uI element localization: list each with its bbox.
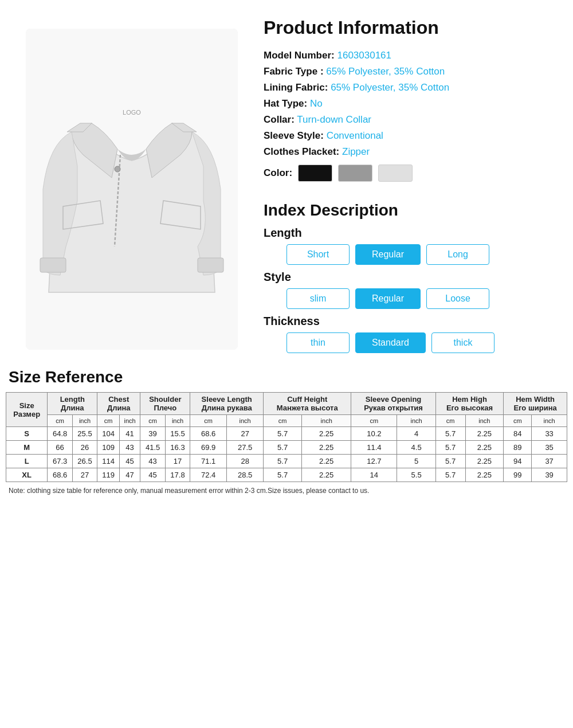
- col-sleeve-opening: Sleeve OpeningРукав открытия: [351, 393, 436, 415]
- chest-cm: 119: [97, 468, 120, 482]
- sleeve-style-row: Sleeve Style: Conventional: [264, 130, 562, 142]
- col-hem-high: Hem HighЕго высокая: [435, 393, 503, 415]
- style-option-slim[interactable]: slim: [286, 288, 350, 309]
- chest-in: 43: [119, 441, 140, 455]
- color-swatch-gray[interactable]: [338, 165, 372, 182]
- hem-width-cm: 89: [504, 441, 532, 455]
- cuff-in: 2.25: [302, 468, 351, 482]
- size-cell: M: [6, 441, 48, 455]
- size-cell: S: [6, 427, 48, 441]
- table-row: XL 68.6 27 119 47 45 17.8 72.4 28.5 5.7 …: [6, 468, 567, 482]
- hem-high-in: 2.25: [465, 427, 504, 441]
- sleeve-open-in: 5: [397, 455, 435, 468]
- chest-in: 41: [119, 427, 140, 441]
- length-option-regular[interactable]: Regular: [355, 244, 421, 265]
- color-swatch-light[interactable]: [378, 165, 413, 182]
- thickness-option-thin[interactable]: thin: [286, 332, 350, 353]
- hem-width-in: 39: [532, 468, 567, 482]
- color-swatches: [298, 165, 413, 182]
- shoulder-cm: 43: [140, 455, 165, 468]
- thickness-option-thick[interactable]: thick: [431, 332, 494, 353]
- sleeve-cm: 68.6: [190, 427, 227, 441]
- col-hem-width: Hem WidthЕго ширина: [504, 393, 567, 415]
- shoulder-in: 15.5: [165, 427, 190, 441]
- length-options: Short Regular Long: [264, 244, 562, 265]
- shoulder-in: 17.8: [165, 468, 190, 482]
- sleeve-open-cm: 11.4: [351, 441, 397, 455]
- fabric-type-row: Fabric Type : 65% Polyester, 35% Cotton: [264, 66, 562, 77]
- unit-sleeve-cm: cm: [190, 415, 227, 427]
- fabric-type-label: Fabric Type :: [264, 66, 324, 77]
- col-sleeve-length: Sleeve LengthДлина рукава: [190, 393, 264, 415]
- sleeve-in: 27: [227, 427, 264, 441]
- unit-sleeve-in: inch: [227, 415, 264, 427]
- index-description: Index Description Length Short Regular L…: [264, 201, 562, 353]
- sleeve-open-cm: 12.7: [351, 455, 397, 468]
- hem-high-in: 2.25: [465, 441, 504, 455]
- unit-sleeve-open-in: inch: [397, 415, 435, 427]
- size-table-body: S 64.8 25.5 104 41 39 15.5 68.6 27 5.7 2…: [6, 427, 567, 482]
- table-unit-row: cm inch cm inch cm inch cm inch cm inch …: [6, 415, 567, 427]
- index-description-title: Index Description: [264, 201, 562, 220]
- unit-cuff-in: inch: [302, 415, 351, 427]
- thickness-option-standard[interactable]: Standard: [355, 332, 426, 353]
- lining-fabric-label: Lining Fabric:: [264, 82, 328, 93]
- sleeve-cm: 71.1: [190, 455, 227, 468]
- svg-point-3: [115, 166, 120, 172]
- length-cm: 64.8: [48, 427, 72, 441]
- collar-label: Collar:: [264, 114, 295, 125]
- hat-type-label: Hat Type:: [264, 98, 307, 109]
- col-shoulder: ShoulderПлечо: [140, 393, 190, 415]
- col-chest: ChestДлина: [97, 393, 140, 415]
- color-row: Color:: [264, 162, 562, 184]
- table-row: S 64.8 25.5 104 41 39 15.5 68.6 27 5.7 2…: [6, 427, 567, 441]
- table-row: M 66 26 109 43 41.5 16.3 69.9 27.5 5.7 2…: [6, 441, 567, 455]
- svg-rect-2: [198, 258, 223, 272]
- length-label: Length: [264, 226, 562, 240]
- hat-type-value: No: [310, 98, 323, 109]
- svg-text:LOGO: LOGO: [123, 109, 141, 116]
- sleeve-style-label: Sleeve Style:: [264, 130, 324, 141]
- sleeve-open-in: 4.5: [397, 441, 435, 455]
- hem-width-in: 33: [532, 427, 567, 441]
- hem-high-cm: 5.7: [435, 441, 465, 455]
- jacket-illustration: LOGO: [26, 29, 238, 350]
- size-table: SizeРазмер LengthДлина ChestДлина Should…: [6, 392, 567, 482]
- sleeve-cm: 72.4: [190, 468, 227, 482]
- length-option-long[interactable]: Long: [426, 244, 489, 265]
- col-length: LengthДлина: [48, 393, 97, 415]
- clothes-placket-value: Zipper: [342, 146, 370, 157]
- style-option-loose[interactable]: Loose: [426, 288, 489, 309]
- length-option-short[interactable]: Short: [286, 244, 350, 265]
- product-image: LOGO: [26, 29, 238, 350]
- unit-sleeve-open-cm: cm: [351, 415, 397, 427]
- chest-cm: 114: [97, 455, 120, 468]
- hem-high-cm: 5.7: [435, 455, 465, 468]
- product-info-area: Product Information Model Number: 160303…: [252, 17, 562, 357]
- style-label: Style: [264, 271, 562, 284]
- fabric-type-value: 65% Polyester, 35% Cotton: [326, 66, 445, 77]
- color-swatch-black[interactable]: [298, 165, 332, 182]
- cuff-cm: 5.7: [264, 427, 302, 441]
- hem-high-in: 2.25: [465, 468, 504, 482]
- cuff-cm: 5.7: [264, 455, 302, 468]
- sleeve-style-value: Conventional: [327, 130, 383, 141]
- unit-shoulder-cm: cm: [140, 415, 165, 427]
- clothes-placket-row: Clothes Placket: Zipper: [264, 146, 562, 158]
- size-cell: XL: [6, 468, 48, 482]
- chest-in: 47: [119, 468, 140, 482]
- length-in: 26.5: [72, 455, 97, 468]
- length-in: 25.5: [72, 427, 97, 441]
- length-in: 26: [72, 441, 97, 455]
- hem-width-cm: 94: [504, 455, 532, 468]
- sleeve-open-in: 5.5: [397, 468, 435, 482]
- hem-width-cm: 99: [504, 468, 532, 482]
- length-cm: 67.3: [48, 455, 72, 468]
- product-image-area: LOGO: [11, 17, 252, 357]
- shoulder-in: 16.3: [165, 441, 190, 455]
- cuff-cm: 5.7: [264, 441, 302, 455]
- style-option-regular[interactable]: Regular: [355, 288, 421, 309]
- model-number-row: Model Number: 1603030161: [264, 50, 562, 61]
- size-reference: Size Reference SizeРазмер LengthДлина Ch…: [0, 368, 573, 497]
- unit-chest-in: inch: [119, 415, 140, 427]
